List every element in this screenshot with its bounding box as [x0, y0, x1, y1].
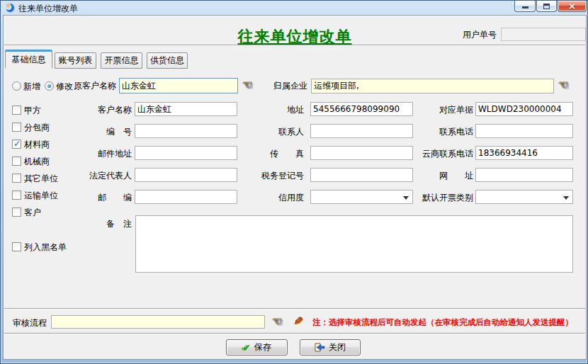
- radio-edit[interactable]: [45, 81, 54, 91]
- tab-supply-info[interactable]: 供货信息: [147, 52, 188, 69]
- invoice-type-label: 默认开票类别: [411, 192, 473, 203]
- checkbox-machinery-supplier-label: 机械商: [24, 156, 50, 167]
- parent-company-label: 归属企业: [245, 80, 307, 91]
- check-icon: [242, 342, 251, 353]
- app-window: 往来单位增改单 往来单位增改单 用户单号 基础信息 账号列表 开票信息 供货信息…: [0, 0, 588, 364]
- orig-customer-name-input[interactable]: [119, 78, 238, 93]
- tax-reg-no-input[interactable]: [310, 168, 413, 182]
- tab-invoice-info-label: 开票信息: [105, 55, 139, 67]
- orig-customer-name-label: 原客户名称: [69, 80, 116, 91]
- minimize-icon: [522, 6, 528, 8]
- tab-account-list[interactable]: 账号列表: [55, 52, 96, 69]
- app-icon: [5, 3, 15, 13]
- audit-flow-input[interactable]: [51, 315, 265, 329]
- checkbox-customer-label: 客户: [24, 207, 41, 218]
- checkbox-blacklist-label: 列入黑名单: [24, 241, 67, 253]
- parent-company-lookup-hand-icon[interactable]: [558, 78, 572, 91]
- close-form-button-label: 关闭: [329, 341, 346, 353]
- tax-reg-no-label: 税务登记号: [242, 170, 304, 181]
- website-label: 网 址: [411, 170, 473, 181]
- checkbox-transport-unit[interactable]: [12, 190, 21, 200]
- contact-person-label: 联系人: [242, 126, 304, 137]
- window-close-button[interactable]: [558, 1, 587, 12]
- fax-input[interactable]: [310, 146, 413, 160]
- maximize-icon: [543, 4, 550, 9]
- code-input[interactable]: [135, 124, 237, 138]
- user-doc-no-label: 用户单号: [463, 29, 497, 40]
- audit-note: 注：选择审核流程后可自动发起（在审核完成后自动给通知人发送提醒）: [312, 317, 573, 328]
- checkbox-other-unit-label: 其它单位: [24, 173, 58, 184]
- fax-label: 传 真: [242, 148, 304, 159]
- address-input[interactable]: [310, 102, 413, 116]
- checkbox-subcontractor-label: 分包商: [24, 122, 50, 133]
- contact-person-input[interactable]: [310, 124, 413, 138]
- window-minimize-button[interactable]: [514, 1, 536, 12]
- user-doc-no-input[interactable]: [501, 28, 586, 41]
- tab-invoice-info[interactable]: 开票信息: [101, 52, 142, 69]
- contact-phone-input[interactable]: [475, 124, 573, 138]
- zip-code-input[interactable]: [135, 190, 237, 204]
- credit-rating-select[interactable]: [310, 190, 413, 204]
- checkbox-material-supplier-label: 材料商: [24, 139, 50, 150]
- window-maximize-button[interactable]: [536, 1, 557, 12]
- contact-phone-label: 联系电话: [411, 126, 473, 137]
- tab-basic-info-label: 基础信息: [12, 54, 46, 66]
- button-divider: [4, 333, 585, 334]
- tab-account-list-label: 账号列表: [59, 55, 93, 67]
- checkbox-customer[interactable]: [12, 207, 21, 217]
- radio-add[interactable]: [12, 81, 21, 91]
- cloud-phone-input[interactable]: [475, 146, 573, 160]
- audit-flow-label: 审核流程: [13, 317, 47, 329]
- save-button-label: 保存: [254, 341, 271, 353]
- customer-name-input[interactable]: [135, 102, 237, 116]
- close-form-button[interactable]: 关闭: [300, 339, 361, 356]
- legal-rep-input[interactable]: [135, 168, 237, 182]
- checkbox-party-a-label: 甲方: [24, 105, 41, 116]
- checkbox-party-a[interactable]: [12, 106, 21, 115]
- zip-code-label: 邮 编: [69, 192, 132, 203]
- header-divider: [4, 45, 585, 46]
- close-icon: [568, 1, 576, 11]
- checkbox-machinery-supplier[interactable]: [12, 157, 21, 166]
- window-title: 往来单位增改单: [18, 3, 78, 15]
- email-label: 邮件地址: [69, 148, 132, 159]
- checkbox-blacklist[interactable]: [12, 242, 21, 251]
- legal-rep-label: 法定代表人: [69, 170, 132, 181]
- credit-rating-label: 信用度: [242, 192, 304, 203]
- audit-lookup-hand-icon[interactable]: [272, 314, 286, 327]
- titlebar[interactable]: 往来单位增改单: [1, 1, 588, 15]
- website-input[interactable]: [475, 168, 573, 182]
- checkbox-material-supplier[interactable]: [12, 140, 21, 149]
- email-input[interactable]: [135, 146, 237, 160]
- invoice-type-select[interactable]: [475, 190, 573, 204]
- customer-name-label: 客户名称: [69, 104, 132, 115]
- remark-label: 备 注: [69, 218, 132, 229]
- tab-basic-info[interactable]: 基础信息: [5, 50, 52, 69]
- ref-doc-label: 对应单据: [411, 104, 473, 115]
- cloud-phone-label: 云商联系电话: [411, 148, 473, 159]
- code-label: 编 号: [69, 126, 132, 137]
- remark-textarea[interactable]: [135, 215, 573, 273]
- parent-company-input[interactable]: [311, 79, 554, 93]
- ref-doc-input[interactable]: [475, 102, 573, 116]
- checkbox-other-unit[interactable]: [12, 174, 21, 183]
- address-label: 地址: [242, 104, 304, 115]
- checkbox-transport-unit-label: 运输单位: [24, 190, 58, 201]
- tab-supply-info-label: 供货信息: [150, 55, 184, 67]
- radio-add-label: 新增: [23, 81, 40, 92]
- checkbox-subcontractor[interactable]: [12, 123, 21, 132]
- save-button[interactable]: 保存: [226, 339, 288, 356]
- audit-top-divider: [4, 308, 585, 309]
- chevron-down-icon: [403, 196, 409, 200]
- audit-edit-pencil-icon[interactable]: [294, 314, 308, 327]
- chevron-down-icon: [563, 196, 569, 200]
- exit-door-icon: [315, 343, 325, 352]
